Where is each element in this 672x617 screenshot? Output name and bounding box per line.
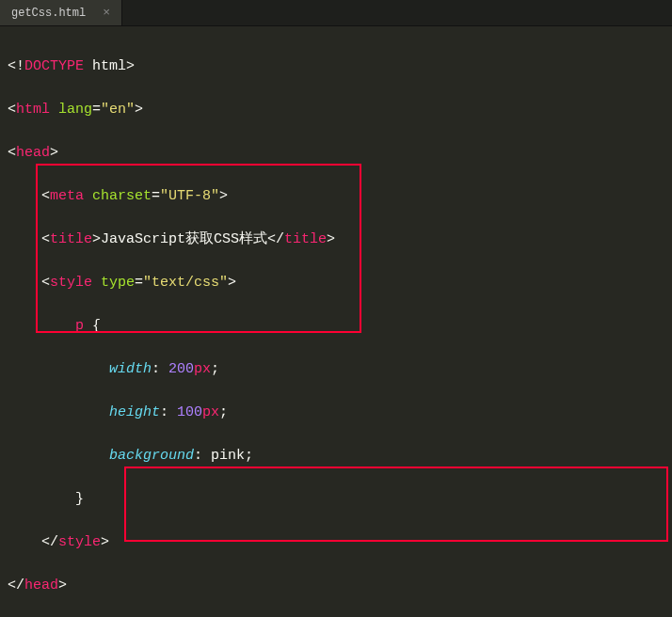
close-icon[interactable]: × bbox=[103, 6, 110, 20]
code-line: <meta charset="UTF-8"> bbox=[8, 185, 664, 207]
code-line: <head> bbox=[8, 142, 664, 164]
tab-getcss[interactable]: getCss.html × bbox=[0, 0, 122, 25]
code-line: <html lang="en"> bbox=[8, 99, 664, 120]
code-line: <!DOCTYPE html> bbox=[8, 55, 664, 77]
code-line: </head> bbox=[8, 575, 664, 596]
code-line: <style type="text/css"> bbox=[8, 272, 664, 293]
code-line: p { bbox=[8, 315, 664, 337]
code-area[interactable]: <!DOCTYPE html> <html lang="en"> <head> … bbox=[0, 26, 672, 617]
code-line: background: pink; bbox=[8, 445, 664, 467]
code-line: height: 100px; bbox=[8, 402, 664, 423]
code-line: </style> bbox=[8, 531, 664, 553]
tab-bar: getCss.html × bbox=[0, 0, 672, 26]
tab-filename: getCss.html bbox=[11, 7, 86, 20]
code-line: width: 200px; bbox=[8, 358, 664, 380]
code-line: } bbox=[8, 488, 664, 510]
code-line: <title>JavaScript获取CSS样式</title> bbox=[8, 229, 664, 250]
